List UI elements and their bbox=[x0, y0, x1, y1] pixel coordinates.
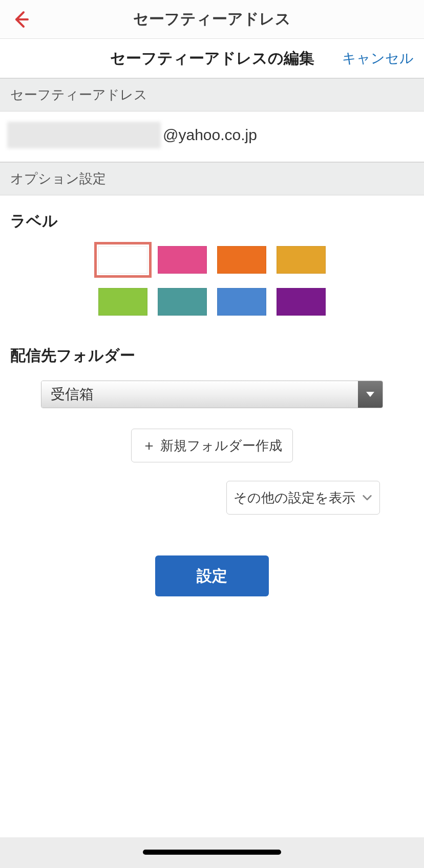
page-title: セーフティーアドレス bbox=[133, 9, 291, 30]
new-folder-button[interactable]: ＋ 新規フォルダー作成 bbox=[131, 429, 293, 462]
color-swatch-4[interactable] bbox=[98, 288, 147, 316]
email-domain: @yahoo.co.jp bbox=[163, 126, 257, 144]
back-button[interactable] bbox=[10, 8, 33, 31]
back-arrow-icon bbox=[12, 10, 31, 29]
color-swatch-0[interactable] bbox=[98, 246, 147, 274]
plus-icon: ＋ bbox=[142, 436, 156, 455]
section-option-settings: オプション設定 bbox=[0, 163, 424, 195]
options-content: ラベル 配信先フォルダー 受信箱 ＋ 新規フォルダー作成 その他の設定を表示 設… bbox=[0, 195, 424, 596]
cancel-button[interactable]: キャンセル bbox=[342, 49, 414, 68]
sub-header-title: セーフティーアドレスの編集 bbox=[110, 48, 314, 69]
color-swatch-2[interactable] bbox=[217, 246, 266, 274]
color-swatch-1[interactable] bbox=[158, 246, 207, 274]
folder-select[interactable]: 受信箱 bbox=[41, 381, 383, 408]
email-row: @yahoo.co.jp bbox=[0, 112, 424, 163]
home-indicator[interactable] bbox=[143, 850, 281, 855]
folder-select-value: 受信箱 bbox=[41, 381, 358, 408]
chevron-down-icon bbox=[362, 492, 373, 503]
submit-button[interactable]: 設定 bbox=[155, 555, 269, 596]
label-title: ラベル bbox=[10, 211, 414, 232]
folder-title: 配信先フォルダー bbox=[10, 345, 414, 366]
spacer bbox=[0, 596, 424, 837]
new-folder-label: 新規フォルダー作成 bbox=[160, 437, 282, 455]
dropdown-arrow-icon bbox=[358, 381, 383, 408]
other-settings-label: その他の設定を表示 bbox=[234, 489, 355, 507]
other-settings-button[interactable]: その他の設定を表示 bbox=[226, 481, 380, 515]
color-swatch-5[interactable] bbox=[158, 288, 207, 316]
color-swatch-6[interactable] bbox=[217, 288, 266, 316]
color-grid bbox=[10, 246, 414, 316]
color-swatch-3[interactable] bbox=[277, 246, 326, 274]
section-safety-address: セーフティーアドレス bbox=[0, 79, 424, 112]
sub-header: セーフティーアドレスの編集 キャンセル bbox=[0, 39, 424, 79]
color-swatch-7[interactable] bbox=[277, 288, 326, 316]
top-nav: セーフティーアドレス bbox=[0, 0, 424, 39]
email-local-part bbox=[7, 122, 161, 148]
bottom-bar bbox=[0, 837, 424, 868]
